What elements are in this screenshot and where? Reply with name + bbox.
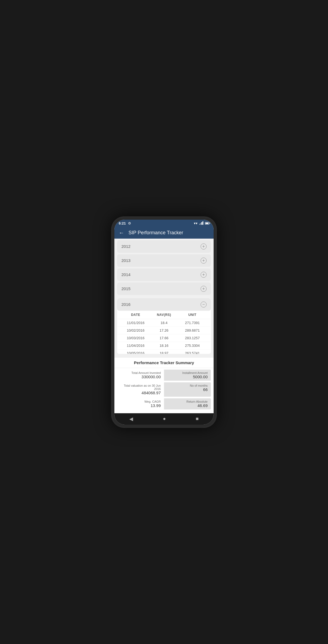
battery-icon bbox=[205, 222, 209, 225]
expand-icon-2015: + bbox=[201, 286, 207, 292]
phone-screen: 6:21 ⚙ ▾▾ ← SIP Performance Tracker bbox=[114, 220, 214, 425]
cell-nav: 18.16 bbox=[150, 344, 178, 348]
back-button[interactable]: ← bbox=[119, 230, 124, 236]
return-absolute-label: Return Absolute bbox=[167, 400, 208, 403]
table-row: 10/05/2016 18.97 263.5741 bbox=[117, 350, 211, 354]
phone-frame: 6:21 ⚙ ▾▾ ← SIP Performance Tracker bbox=[111, 216, 217, 428]
wifi-icon: ▾▾ bbox=[194, 221, 198, 225]
year-label-2012: 2012 bbox=[121, 244, 130, 249]
cell-date: 10/02/2016 bbox=[121, 328, 150, 332]
installment-amount-cell: Installment Amount 5000.00 bbox=[164, 370, 211, 381]
col-header-date: DATE bbox=[121, 313, 150, 317]
total-valuation-cell: Total valuation as on 30 Jun 2016 484068… bbox=[117, 382, 164, 397]
table-row: 11/04/2016 18.16 275.3304 bbox=[117, 342, 211, 350]
year-label-2013: 2013 bbox=[121, 258, 130, 263]
installment-label: Installment Amount bbox=[167, 371, 208, 374]
accordion-item-2012[interactable]: 2012 + bbox=[117, 240, 211, 253]
status-bar: 6:21 ⚙ ▾▾ bbox=[114, 220, 214, 227]
summary-row-1: Total Amount Invested 330000.00 Installm… bbox=[117, 370, 211, 381]
nav-bar: ◀ ● ■ bbox=[114, 413, 214, 425]
cell-nav: 17.26 bbox=[150, 328, 178, 332]
no-of-months-cell: No of months 66 bbox=[164, 382, 211, 397]
signal-icon bbox=[199, 222, 203, 225]
expand-icon-2012: + bbox=[201, 243, 207, 249]
cell-nav: 18.97 bbox=[150, 351, 178, 354]
content-area: 2012 + 2013 + 2014 + 2015 + bbox=[114, 239, 214, 413]
cell-unit: 289.6871 bbox=[178, 328, 207, 332]
nav-recent-button[interactable]: ■ bbox=[196, 416, 199, 422]
return-absolute-value: 46.69 bbox=[167, 403, 208, 408]
cell-unit: 271.7391 bbox=[178, 321, 207, 325]
status-left: 6:21 ⚙ bbox=[119, 221, 131, 225]
weg-cagr-label: Weg. CAGR bbox=[120, 400, 161, 403]
cell-date: 10/03/2016 bbox=[121, 336, 150, 340]
settings-icon: ⚙ bbox=[128, 221, 131, 225]
accordion-item-2015[interactable]: 2015 + bbox=[117, 283, 211, 295]
table-row: 10/02/2016 17.26 289.6871 bbox=[117, 327, 211, 334]
total-amount-invested-cell: Total Amount Invested 330000.00 bbox=[117, 370, 164, 381]
table-row: 10/03/2016 17.66 283.1257 bbox=[117, 334, 211, 342]
summary-row-2: Total valuation as on 30 Jun 2016 484068… bbox=[117, 382, 211, 397]
return-absolute-cell: Return Absolute 46.69 bbox=[164, 398, 211, 409]
accordion-header-2016[interactable]: 2016 − bbox=[117, 298, 211, 311]
year-label-2016: 2016 bbox=[121, 302, 130, 307]
status-right: ▾▾ bbox=[194, 221, 209, 225]
expand-icon-2014: + bbox=[201, 272, 207, 278]
year-label-2015: 2015 bbox=[121, 286, 130, 291]
summary-row-3: Weg. CAGR 13.99 Return Absolute 46.69 bbox=[117, 398, 211, 409]
table-row: 11/01/2016 18.4 271.7391 bbox=[117, 319, 211, 327]
cell-date: 10/05/2016 bbox=[121, 351, 150, 354]
cell-unit: 283.1257 bbox=[178, 336, 207, 340]
col-header-nav: NAV(Rs) bbox=[150, 313, 178, 317]
app-bar: ← SIP Performance Tracker bbox=[114, 227, 214, 239]
accordion-section: 2012 + 2013 + 2014 + 2015 + bbox=[114, 239, 214, 298]
no-of-months-label: No of months bbox=[167, 384, 208, 387]
cell-date: 11/01/2016 bbox=[121, 321, 150, 325]
collapse-icon-2016: − bbox=[201, 302, 207, 307]
accordion-item-2013[interactable]: 2013 + bbox=[117, 254, 211, 267]
summary-section: Performance Tracker Summary Total Amount… bbox=[114, 358, 214, 413]
table-header: DATE NAV(Rs) UNIT bbox=[117, 311, 211, 319]
total-amount-value: 330000.00 bbox=[120, 374, 161, 379]
nav-home-button[interactable]: ● bbox=[163, 416, 166, 422]
cell-date: 11/04/2016 bbox=[121, 344, 150, 348]
cell-unit: 263.5741 bbox=[178, 351, 207, 354]
cell-nav: 18.4 bbox=[150, 321, 178, 325]
total-valuation-value: 484068.97 bbox=[120, 390, 161, 395]
total-amount-label: Total Amount Invested bbox=[120, 371, 161, 374]
col-header-unit: UNIT bbox=[178, 313, 207, 317]
no-of-months-value: 66 bbox=[167, 387, 208, 392]
status-time: 6:21 bbox=[119, 221, 126, 225]
summary-title: Performance Tracker Summary bbox=[114, 358, 214, 368]
cell-unit: 275.3304 bbox=[178, 344, 207, 348]
weg-cagr-value: 13.99 bbox=[120, 403, 161, 408]
cell-nav: 17.66 bbox=[150, 336, 178, 340]
accordion-item-2014[interactable]: 2014 + bbox=[117, 268, 211, 281]
installment-value: 5000.00 bbox=[167, 374, 208, 379]
weg-cagr-cell: Weg. CAGR 13.99 bbox=[117, 398, 164, 409]
year-label-2014: 2014 bbox=[121, 272, 130, 277]
total-valuation-label: Total valuation as on 30 Jun 2016 bbox=[120, 384, 161, 390]
data-table-2016: DATE NAV(Rs) UNIT 11/01/2016 18.4 271.73… bbox=[117, 311, 211, 354]
app-title: SIP Performance Tracker bbox=[128, 230, 183, 236]
accordion-item-2016: 2016 − DATE NAV(Rs) UNIT 11/01/2016 18.4… bbox=[117, 298, 211, 354]
nav-back-button[interactable]: ◀ bbox=[129, 416, 133, 422]
expand-icon-2013: + bbox=[201, 258, 207, 264]
